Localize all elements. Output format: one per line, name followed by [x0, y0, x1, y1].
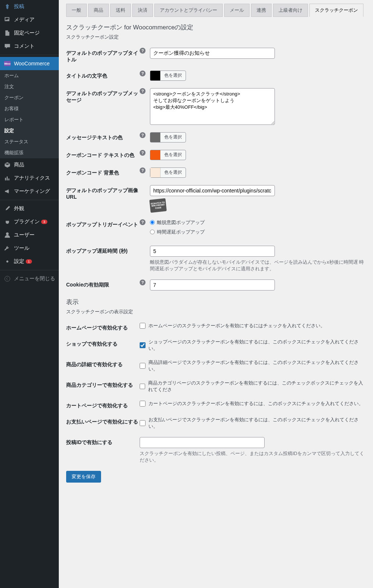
sub-orders[interactable]: 注文 — [0, 81, 59, 92]
menu-media[interactable]: メディア — [0, 13, 59, 26]
media-icon — [4, 16, 11, 24]
box-icon — [4, 161, 11, 169]
menu-label: メニューを閉じる — [14, 275, 55, 282]
title-color-picker[interactable]: 色を選択 — [150, 71, 186, 81]
sub-status[interactable]: ステータス — [0, 136, 59, 147]
label-delay: ポップアップ遅延時間 (秒) — [66, 246, 140, 255]
menu-analytics[interactable]: アナリティクス — [0, 172, 59, 185]
menu-plugins[interactable]: プラグイン3 — [0, 215, 59, 228]
gear-icon — [4, 258, 11, 265]
color-button[interactable]: 色を選択 — [161, 150, 186, 159]
cart-enable-checkbox[interactable] — [140, 401, 146, 407]
svg-point-1 — [6, 260, 8, 262]
section-desc: スクラッチクーポン設定 — [66, 34, 366, 40]
menu-products[interactable]: 商品 — [0, 158, 59, 172]
menu-posts[interactable]: 投稿 — [0, 0, 59, 13]
category-enable-checkbox[interactable] — [140, 383, 145, 389]
help-icon[interactable]: ? — [140, 88, 146, 94]
sub-home[interactable]: ホーム — [0, 70, 59, 81]
label-coupon-text-color: クーポンコード テキストの色 — [66, 150, 140, 159]
help-icon[interactable]: ? — [140, 150, 146, 156]
cookie-input[interactable] — [150, 279, 275, 291]
help-icon[interactable]: ? — [140, 71, 146, 76]
sub-reports[interactable]: レポート — [0, 114, 59, 125]
delay-input[interactable] — [150, 246, 275, 257]
help-icon[interactable]: ? — [140, 219, 146, 225]
pin-icon — [4, 3, 11, 10]
tab-accounts[interactable]: アカウントとプライバシー — [154, 4, 223, 17]
help-icon[interactable]: ? — [140, 279, 146, 285]
menu-comments[interactable]: コメント — [0, 40, 59, 53]
help-icon[interactable]: ? — [140, 167, 146, 173]
color-swatch — [150, 168, 161, 177]
tab-general[interactable]: 一般 — [66, 4, 87, 17]
trigger-exit-intent-radio[interactable] — [150, 220, 155, 225]
menu-pages[interactable]: 固定ページ — [0, 26, 59, 40]
menu-woocommerce[interactable]: WooWooCommerce — [0, 57, 59, 70]
brush-icon — [4, 205, 11, 212]
svg-point-2 — [5, 276, 10, 281]
menu-tools[interactable]: ツール — [0, 242, 59, 255]
menu-appearance[interactable]: 外観 — [0, 202, 59, 215]
color-button[interactable]: 色を選択 — [161, 168, 186, 177]
tab-products[interactable]: 商品 — [88, 4, 109, 17]
settings-badge: 1 — [26, 259, 32, 264]
cart-enable-desc: カートページのスクラッチクーポンを有効にするには、このボックスにチェックを入れて… — [148, 400, 363, 407]
popup-msg-textarea[interactable]: <strong>クーポンをスクラッチ</strong> そしてお得なクーポンをゲ… — [150, 88, 275, 125]
menu-collapse[interactable]: メニューを閉じる — [0, 272, 59, 285]
tab-emails[interactable]: メール — [224, 4, 250, 17]
help-icon[interactable]: ? — [140, 132, 146, 138]
label-shop-enable: ショップで有効化する — [66, 339, 140, 347]
tab-shipping[interactable]: 送料 — [110, 4, 131, 17]
menu-label: マーケティング — [14, 188, 50, 195]
page-icon — [4, 29, 11, 37]
tab-advanced[interactable]: 上級者向け — [273, 4, 308, 17]
tab-integration[interactable]: 連携 — [251, 4, 272, 17]
label-title-color: タイトルの文字色 — [66, 71, 140, 79]
coupon-bg-color-picker[interactable]: 色を選択 — [150, 167, 186, 178]
menu-label: 投稿 — [14, 3, 24, 10]
home-enable-checkbox[interactable] — [140, 323, 146, 329]
product-enable-checkbox[interactable] — [140, 363, 146, 369]
menu-users[interactable]: ユーザー — [0, 228, 59, 242]
menu-label: ツール — [14, 245, 29, 252]
section-title: スクラッチクーポン for Woocommerceの設定 — [66, 23, 366, 32]
menu-label: プラグイン — [14, 219, 40, 225]
msg-color-picker[interactable]: 色を選択 — [150, 132, 186, 143]
menu-label: WooCommerce — [14, 61, 50, 66]
admin-sidebar: 投稿 メディア 固定ページ コメント WooWooCommerce ホーム 注文… — [0, 0, 59, 588]
sub-customers[interactable]: お客様 — [0, 103, 59, 114]
checkout-enable-checkbox[interactable] — [140, 420, 146, 426]
popup-image-input[interactable] — [150, 185, 275, 196]
coupon-text-color-picker[interactable]: 色を選択 — [150, 150, 186, 160]
label-home-enable: ホームページで有効化する — [66, 322, 140, 331]
label-trigger: ポップアップトリガーイベント — [66, 219, 140, 228]
trigger-time-delay-radio[interactable] — [150, 230, 155, 234]
popup-title-input[interactable] — [150, 48, 275, 59]
tab-scratch[interactable]: スクラッチクーポン — [309, 4, 363, 17]
menu-marketing[interactable]: マーケティング — [0, 185, 59, 198]
color-swatch — [150, 150, 161, 160]
collapse-icon — [4, 275, 11, 282]
color-swatch — [150, 133, 161, 142]
menu-settings[interactable]: 設定1 — [0, 255, 59, 268]
trigger-opt2-label: 時間遅延ポップアップ — [157, 229, 205, 235]
shop-enable-checkbox[interactable] — [140, 342, 146, 348]
color-button[interactable]: 色を選択 — [161, 71, 186, 80]
display-section-desc: スクラッチクーポンの表示設定 — [66, 309, 366, 315]
main-content: 一般 商品 送料 決済 アカウントとプライバシー メール 連携 上級者向け スク… — [59, 0, 373, 588]
comment-icon — [4, 43, 11, 50]
tab-payments[interactable]: 決済 — [132, 4, 153, 17]
sub-settings[interactable]: 設定 — [0, 125, 59, 136]
help-icon[interactable]: ? — [140, 48, 146, 54]
post-ids-help: スクラッチクーポンを有効にしたい投稿、ページ、またはカスタム投稿IDをカンマで区… — [140, 450, 366, 463]
menu-label: 固定ページ — [14, 30, 40, 36]
post-ids-input[interactable] — [140, 437, 265, 448]
sub-extensions[interactable]: 機能拡張 — [0, 147, 59, 158]
plugin-badge: 3 — [41, 220, 47, 224]
color-button[interactable]: 色を選択 — [161, 133, 186, 142]
shop-enable-desc: ショップページのスクラッチクーポンを有効にするには、このボックスにチェックを入れ… — [148, 339, 366, 352]
sub-coupons[interactable]: クーポン — [0, 92, 59, 103]
category-enable-desc: 商品カテゴリページのスクラッチクーポンを有効にするには、このチェックボックスにチ… — [148, 380, 366, 393]
save-button[interactable]: 変更を保存 — [66, 471, 101, 483]
